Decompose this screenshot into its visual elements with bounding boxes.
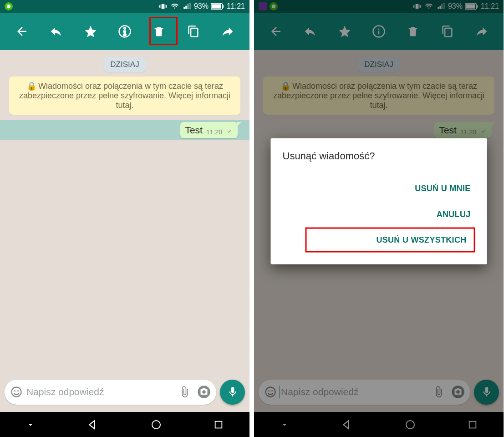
- message-text: Test: [185, 125, 203, 136]
- dialog-title: Usunąć wiadomość?: [283, 150, 475, 162]
- encryption-notice[interactable]: 🔒Wiadomości oraz połączenia w tym czacie…: [9, 76, 240, 115]
- signal-icon: [182, 3, 191, 10]
- emoji-icon[interactable]: [10, 386, 23, 398]
- date-pill: DZISIAJ: [104, 57, 145, 72]
- nav-recent-icon[interactable]: [214, 420, 224, 430]
- nav-dropdown-icon[interactable]: [26, 420, 35, 429]
- chat-area[interactable]: DZISIAJ 🔒Wiadomości oraz połączenia w ty…: [0, 50, 249, 376]
- svg-point-5: [12, 387, 21, 397]
- selected-message-row[interactable]: Test 11:20: [0, 120, 249, 140]
- delete-dialog: Usunąć wiadomość? USUŃ U MNIE ANULUJ USU…: [271, 138, 487, 264]
- status-bar: 93% 11:21: [0, 0, 249, 13]
- app-bar: [0, 13, 249, 50]
- wifi-icon: [170, 3, 179, 10]
- reply-button[interactable]: [45, 20, 67, 43]
- svg-point-8: [198, 386, 210, 398]
- svg-rect-1: [212, 4, 221, 8]
- camera-icon[interactable]: [197, 385, 211, 399]
- message-time: 11:20: [206, 128, 222, 136]
- message-input[interactable]: Napisz odpowiedź: [5, 380, 216, 405]
- message-bubble[interactable]: Test 11:20: [180, 122, 238, 138]
- info-button[interactable]: [113, 20, 136, 43]
- clock: 11:21: [227, 2, 245, 10]
- svg-rect-4: [124, 31, 126, 35]
- svg-rect-10: [215, 421, 222, 428]
- svg-point-3: [124, 29, 125, 30]
- delete-button[interactable]: [148, 20, 170, 43]
- input-placeholder: Napisz odpowiedź: [26, 386, 179, 397]
- nav-back-icon[interactable]: [87, 419, 99, 431]
- encryption-text: Wiadomości oraz połączenia w tym czacie …: [19, 81, 230, 110]
- battery-percent: 93%: [194, 2, 209, 10]
- svg-rect-2: [223, 5, 224, 8]
- nav-bar: [0, 412, 249, 437]
- delete-for-me-button[interactable]: USUŃ U MNIE: [410, 175, 475, 201]
- app-icon: [5, 2, 13, 10]
- mic-button[interactable]: [220, 380, 245, 405]
- back-button[interactable]: [10, 20, 33, 43]
- battery-icon: [211, 3, 224, 10]
- vibrate-icon: [158, 3, 168, 10]
- cancel-button[interactable]: ANULUJ: [432, 201, 475, 227]
- nav-home-icon[interactable]: [151, 419, 162, 430]
- phone-left: 93% 11:21 DZISIAJ 🔒Wiadomośc: [0, 0, 249, 437]
- delete-for-everyone-button[interactable]: USUŃ U WSZYSTKICH: [305, 227, 475, 252]
- input-area: Napisz odpowiedź: [0, 376, 249, 412]
- phone-right: 93% 11:21 DZISIAJ 🔒Wiadomości oraz połąc…: [254, 0, 504, 437]
- forward-button[interactable]: [216, 20, 239, 43]
- attach-icon[interactable]: [179, 386, 191, 398]
- svg-point-9: [152, 421, 160, 429]
- svg-point-6: [14, 390, 15, 391]
- star-button[interactable]: [79, 20, 102, 43]
- check-icon: [226, 127, 233, 136]
- lock-icon: 🔒: [26, 81, 36, 91]
- copy-button[interactable]: [182, 20, 205, 43]
- svg-point-7: [17, 390, 19, 391]
